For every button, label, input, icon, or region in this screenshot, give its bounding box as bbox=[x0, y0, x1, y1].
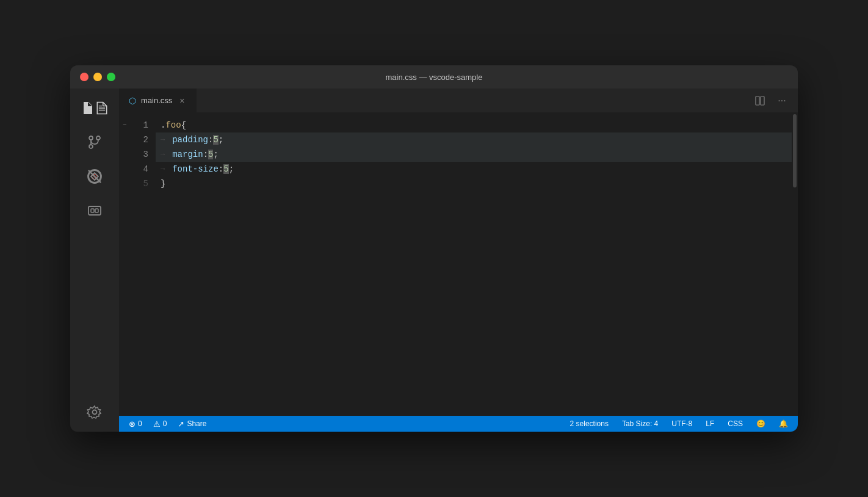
tab-size-label: Tab Size: 4 bbox=[622, 419, 658, 428]
svg-rect-15 bbox=[91, 209, 94, 212]
vscode-window: main.css — vscode-sample bbox=[70, 65, 798, 432]
warning-count: 0 bbox=[163, 419, 167, 428]
line-ending-status[interactable]: LF bbox=[703, 417, 717, 430]
line-number-4: 4 bbox=[119, 162, 156, 176]
encoding-label: UTF-8 bbox=[671, 419, 692, 428]
maximize-button[interactable] bbox=[107, 73, 115, 81]
svg-point-7 bbox=[96, 136, 100, 140]
warning-icon: ⚠ bbox=[153, 419, 161, 429]
window-controls bbox=[80, 73, 115, 81]
tab-filename: main.css bbox=[141, 96, 172, 105]
container-icon[interactable] bbox=[80, 196, 109, 225]
token-brace-open-1: { bbox=[181, 120, 186, 130]
svg-rect-14 bbox=[89, 206, 101, 215]
token-property-3: margin bbox=[172, 150, 203, 159]
token-dot-1: . bbox=[161, 120, 165, 130]
split-editor-button[interactable] bbox=[751, 92, 769, 109]
token-colon-4: : bbox=[219, 164, 223, 174]
token-value-2: 5 bbox=[213, 135, 218, 145]
tab-close-button[interactable]: × bbox=[177, 96, 187, 106]
arrow-3: → bbox=[161, 150, 165, 159]
source-control-icon[interactable] bbox=[80, 128, 109, 157]
svg-rect-19 bbox=[761, 96, 764, 105]
warnings-status[interactable]: ⚠ 0 bbox=[151, 417, 170, 430]
editor-gutter: − 1 2 3 4 5 bbox=[119, 113, 156, 416]
files-icon[interactable] bbox=[80, 93, 109, 123]
tabs-list: ⬡ main.css × bbox=[119, 89, 197, 112]
more-actions-button[interactable]: ··· bbox=[773, 92, 790, 109]
feedback-button[interactable]: 😊 bbox=[754, 417, 768, 430]
line-number-1: − 1 bbox=[119, 118, 156, 132]
notifications-button[interactable]: 🔔 bbox=[776, 417, 790, 430]
token-selector-1: foo bbox=[165, 120, 181, 130]
code-line-2: → padding: 5; bbox=[156, 132, 792, 147]
titlebar: main.css — vscode-sample bbox=[70, 65, 798, 89]
editor-area: ⬡ main.css × ··· bbox=[119, 89, 798, 432]
token-property-4: font-size bbox=[172, 164, 219, 174]
code-line-1: .foo { bbox=[156, 118, 792, 132]
svg-rect-18 bbox=[756, 96, 759, 105]
editor-lines[interactable]: .foo { → padding: 5; → margin: 5; → bbox=[156, 113, 792, 416]
window-title: main.css — vscode-sample bbox=[386, 73, 483, 82]
main-area: 🚫 bbox=[70, 89, 798, 432]
svg-rect-16 bbox=[95, 209, 98, 212]
no-extensions-icon[interactable]: 🚫 bbox=[80, 162, 109, 191]
language-label: CSS bbox=[728, 419, 743, 428]
token-colon-3: : bbox=[203, 150, 208, 159]
line-number-5: 5 bbox=[119, 176, 156, 191]
code-line-3: → margin: 5; bbox=[156, 147, 792, 162]
arrow-2: → bbox=[161, 136, 165, 144]
encoding-status[interactable]: UTF-8 bbox=[669, 417, 695, 430]
token-semi-4: ; bbox=[229, 164, 234, 174]
svg-point-5 bbox=[89, 136, 93, 140]
token-semi-3: ; bbox=[213, 150, 218, 159]
close-button[interactable] bbox=[80, 73, 89, 81]
arrow-4: → bbox=[161, 165, 165, 173]
line-number-3: 3 bbox=[119, 147, 156, 162]
share-icon: ↗ bbox=[178, 419, 184, 429]
gear-icon[interactable] bbox=[80, 397, 109, 427]
token-value-4: 5 bbox=[223, 164, 228, 174]
selections-label: 2 selections bbox=[570, 419, 609, 428]
errors-status[interactable]: ⊗ 0 bbox=[126, 417, 145, 430]
editor-content[interactable]: − 1 2 3 4 5 .foo { → bbox=[119, 113, 798, 416]
token-colon-2: : bbox=[208, 135, 213, 145]
status-bar: ⊗ 0 ⚠ 0 ↗ Share 2 selections bbox=[119, 416, 798, 432]
status-left: ⊗ 0 ⚠ 0 ↗ Share bbox=[126, 417, 209, 430]
line-ending-label: LF bbox=[706, 419, 714, 428]
activity-bar: 🚫 bbox=[70, 89, 119, 432]
selections-status[interactable]: 2 selections bbox=[568, 417, 611, 430]
error-count: 0 bbox=[138, 419, 142, 428]
status-right: 2 selections Tab Size: 4 UTF-8 LF CSS bbox=[568, 417, 790, 430]
line-number-2: 2 bbox=[119, 132, 156, 147]
fold-icon-1[interactable]: − bbox=[123, 122, 127, 129]
token-semi-2: ; bbox=[219, 135, 223, 145]
token-brace-close-5: } bbox=[161, 179, 165, 189]
svg-point-17 bbox=[93, 410, 97, 415]
svg-point-6 bbox=[89, 145, 93, 148]
tab-size-status[interactable]: Tab Size: 4 bbox=[620, 417, 660, 430]
css-file-icon: ⬡ bbox=[129, 96, 136, 106]
tab-main-css[interactable]: ⬡ main.css × bbox=[119, 89, 197, 112]
editor-scrollbar[interactable] bbox=[792, 113, 798, 416]
token-value-3: 5 bbox=[208, 150, 213, 159]
minimize-button[interactable] bbox=[93, 73, 102, 81]
tabs-actions: ··· bbox=[751, 92, 798, 109]
feedback-icon: 😊 bbox=[756, 419, 765, 428]
language-status[interactable]: CSS bbox=[725, 417, 745, 430]
share-button[interactable]: ↗ Share bbox=[175, 417, 209, 430]
share-label: Share bbox=[187, 419, 206, 428]
code-line-4: → font-size: 5; bbox=[156, 162, 792, 176]
code-line-5: } bbox=[156, 176, 792, 191]
error-icon: ⊗ bbox=[129, 419, 136, 429]
token-property-2: padding bbox=[172, 135, 208, 145]
bell-icon: 🔔 bbox=[779, 419, 788, 428]
scrollbar-thumb[interactable] bbox=[793, 114, 797, 187]
tabs-bar: ⬡ main.css × ··· bbox=[119, 89, 798, 113]
